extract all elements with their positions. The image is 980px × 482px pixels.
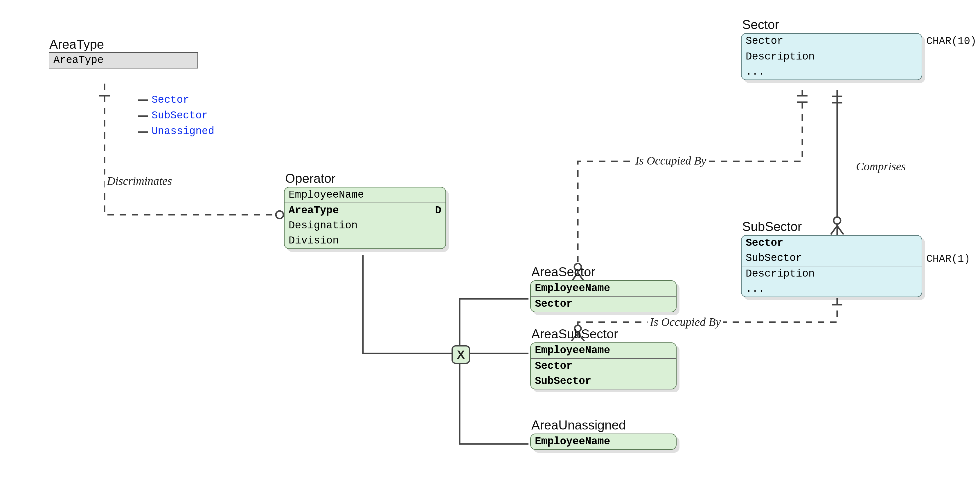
field-areatype-fk-suffix: D: [435, 203, 441, 218]
entity-areatype: AreaType: [49, 52, 198, 68]
field-description: Description: [741, 266, 922, 281]
field-subsector: SubSector: [531, 374, 676, 389]
entity-areasubsector: EmployeeName Sector SubSector: [530, 342, 676, 389]
field-areatype-fk: AreaType D: [285, 203, 445, 218]
type-char1: CHAR(1): [926, 253, 970, 265]
entity-title-operator: Operator: [285, 171, 336, 186]
entity-areaunassigned: EmployeeName: [530, 434, 676, 450]
svg-point-2: [834, 217, 841, 224]
svg-point-0: [276, 211, 283, 219]
field-areatype-fk-text: AreaType: [289, 203, 339, 218]
entity-sector: Sector Description ...: [741, 33, 922, 80]
exclusive-junction: X: [452, 345, 470, 364]
field-sector: Sector: [531, 296, 676, 312]
rel-comprises: Comprises: [854, 160, 908, 173]
entity-title-areasector: AreaSector: [531, 265, 595, 279]
field-areatype: AreaType: [49, 53, 197, 68]
field-sector-fk: Sector: [741, 236, 922, 251]
field-employeename: EmployeeName: [531, 434, 676, 449]
enum-unassigned: Unassigned: [151, 125, 214, 137]
field-sector: Sector: [531, 358, 676, 374]
field-employeename: EmployeeName: [531, 343, 676, 358]
entity-subsector: Sector SubSector Description ...: [741, 235, 922, 297]
type-char10: CHAR(10): [926, 35, 977, 47]
field-sector: Sector: [741, 34, 922, 49]
field-description: Description: [741, 49, 922, 64]
enum-subsector: SubSector: [151, 110, 208, 122]
entity-title-areatype: AreaType: [49, 37, 104, 52]
rel-discriminates: Discriminates: [105, 174, 174, 188]
field-ellipsis: ...: [741, 281, 922, 296]
rel-occupied-1: Is Occupied By: [633, 154, 708, 167]
field-ellipsis: ...: [741, 64, 922, 79]
entity-operator: EmployeeName AreaType D Designation Divi…: [284, 187, 446, 249]
field-division: Division: [285, 233, 445, 248]
entity-title-areasubsector: AreaSubSector: [531, 327, 618, 341]
entity-title-subsector: SubSector: [742, 219, 802, 234]
field-employeename: EmployeeName: [531, 281, 676, 296]
field-subsector: SubSector: [741, 251, 922, 266]
entity-title-areaunassigned: AreaUnassigned: [531, 418, 626, 432]
enum-sector: Sector: [151, 94, 189, 106]
entity-areasector: EmployeeName Sector: [530, 280, 676, 312]
entity-title-sector: Sector: [742, 17, 779, 32]
field-designation: Designation: [285, 218, 445, 233]
rel-occupied-2: Is Occupied By: [648, 315, 723, 329]
field-employeename: EmployeeName: [285, 187, 445, 203]
